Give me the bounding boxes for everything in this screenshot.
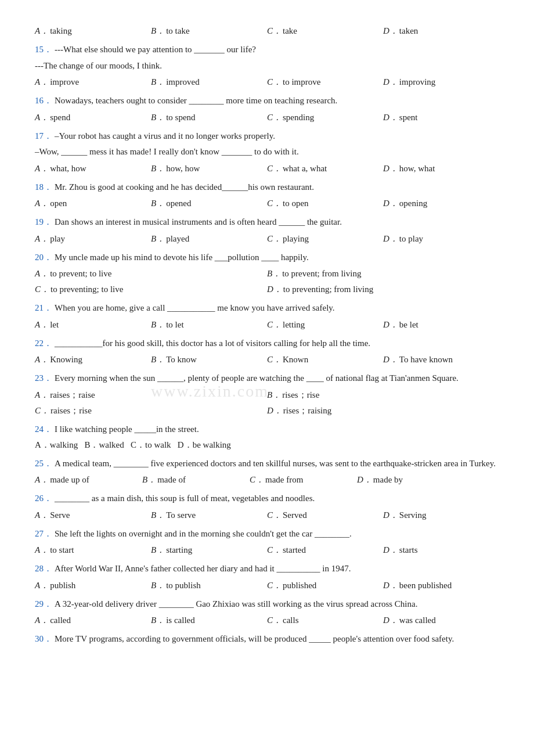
option-C-18: C．to open xyxy=(267,196,377,211)
question-block-24: 24． I like watching people _____in the s… xyxy=(35,422,499,453)
option-D-21: D．be let xyxy=(383,317,493,333)
question-line-30: 30． More TV programs, according to gover… xyxy=(35,632,499,647)
question-block-30: 30． More TV programs, according to gover… xyxy=(35,632,499,647)
q-num-27: 27． xyxy=(35,527,52,542)
question-line-20: 20． My uncle made up his mind to devote … xyxy=(35,250,499,265)
option-D-19: D．to play xyxy=(383,231,493,247)
option-A-15: A．improve xyxy=(35,74,145,90)
option-D-28: D．been published xyxy=(383,578,493,593)
q-text-22: ___________for his good skill, this doct… xyxy=(55,336,499,351)
option-A-23: A．raises；raise xyxy=(35,387,261,403)
option-D-16: D．spent xyxy=(383,110,493,125)
question-block-27: 27． She left the lights on overnight and… xyxy=(35,527,499,559)
question-line-21: 21． When you are home, give a call _____… xyxy=(35,301,499,316)
options-inline-24: A．walking B．walked C．to walk D．be walkin… xyxy=(35,438,499,453)
option-D-23: D．rises；raising xyxy=(267,403,493,419)
option-A-29: A．called xyxy=(35,613,145,628)
options-row-23: A．raises；raise B．rises；rise C．raises；ris… xyxy=(35,387,499,419)
question-block-0: A．taking B．to take C．take D．taken xyxy=(35,23,499,39)
options-row-21: A．let B．to let C．letting D．be let xyxy=(35,317,499,333)
option-C-27: C．started xyxy=(267,542,377,558)
option-A-21: A．let xyxy=(35,317,145,333)
q-num-29: 29． xyxy=(35,597,52,612)
option-A-27: A．to start xyxy=(35,542,145,558)
question-line-15: 15． ---What else should we pay attention… xyxy=(35,42,499,57)
option-C-28: C．published xyxy=(267,578,377,593)
option-B-29: B．is called xyxy=(151,613,261,628)
option-B-27: B．starting xyxy=(151,542,261,558)
q-text-21: When you are home, give a call _________… xyxy=(55,301,499,316)
option-B-16: B．to spend xyxy=(151,110,261,125)
options-row-25: A．made up of B．made of C．made from D．mad… xyxy=(35,472,499,488)
option-D-0: D．taken xyxy=(383,23,493,39)
option-C-0: C．take xyxy=(267,23,377,39)
options-row-26: A．Serve B．To serve C．Served D．Serving xyxy=(35,507,499,523)
q-num-20: 20． xyxy=(35,250,52,265)
question-line-28: 28． After World War II, Anne's father co… xyxy=(35,561,499,577)
q-text-17: –Your robot has caught a virus and it no… xyxy=(55,129,499,144)
option-D-22: D．To have known xyxy=(383,352,493,368)
q-text-30: More TV programs, according to governmen… xyxy=(55,632,499,647)
question-line-17: 17． –Your robot has caught a virus and i… xyxy=(35,129,499,144)
option-C-23: C．raises；rise xyxy=(35,403,261,419)
question-block-16: 16． Nowadays, teachers ought to consider… xyxy=(35,93,499,125)
q-num-30: 30． xyxy=(35,632,52,647)
option-B-21: B．to let xyxy=(151,317,261,333)
option-B-25: B．made of xyxy=(142,472,244,488)
q-text-16: Nowadays, teachers ought to consider ___… xyxy=(55,93,499,109)
question-block-17: 17． –Your robot has caught a virus and i… xyxy=(35,129,499,177)
option-B-17: B．how, how xyxy=(151,161,261,177)
q-num-15: 15． xyxy=(35,42,52,57)
question-block-15: 15． ---What else should we pay attention… xyxy=(35,42,499,90)
q-num-26: 26． xyxy=(35,491,52,506)
question-line-24: 24． I like watching people _____in the s… xyxy=(35,422,499,437)
q-sub-15: ---The change of our moods, I think. xyxy=(35,59,499,74)
question-block-28: 28． After World War II, Anne's father co… xyxy=(35,561,499,593)
options-row-28: A．publish B．to publish C．published D．bee… xyxy=(35,578,499,593)
question-block-20: 20． My uncle made up his mind to devote … xyxy=(35,250,499,298)
option-C-25: C．made from xyxy=(250,472,351,488)
question-block-18: 18． Mr. Zhou is good at cooking and he h… xyxy=(35,180,499,212)
option-A-22: A．Knowing xyxy=(35,352,145,368)
q-num-21: 21． xyxy=(35,301,52,316)
q-text-20: My uncle made up his mind to devote his … xyxy=(55,250,499,265)
option-C-21: C．letting xyxy=(267,317,377,333)
option-A-17: A．what, how xyxy=(35,161,145,177)
option-A-20: A．to prevent; to live xyxy=(35,266,261,282)
q-text-27: She left the lights on overnight and in … xyxy=(55,527,499,542)
q-text-23: Every morning when the sun ______, plent… xyxy=(55,371,499,386)
option-A-19: A．play xyxy=(35,231,145,247)
option-C-19: C．playing xyxy=(267,231,377,247)
option-B-15: B．improved xyxy=(151,74,261,90)
question-line-16: 16． Nowadays, teachers ought to consider… xyxy=(35,93,499,109)
q-text-28: After World War II, Anne's father collec… xyxy=(55,561,499,577)
option-D-27: D．starts xyxy=(383,542,493,558)
q-text-26: ________ as a main dish, this soup is fu… xyxy=(55,491,499,506)
option-D-18: D．opening xyxy=(383,196,493,211)
q-num-18: 18． xyxy=(35,180,52,195)
options-row-15: A．improve B．improved C．to improve D．impr… xyxy=(35,74,499,90)
option-C-16: C．spending xyxy=(267,110,377,125)
question-block-22: 22． ___________for his good skill, this … xyxy=(35,336,499,368)
option-C-29: C．calls xyxy=(267,613,377,628)
option-B-0: B．to take xyxy=(151,23,261,39)
option-A-0: A．taking xyxy=(35,23,145,39)
q-num-25: 25． xyxy=(35,456,52,471)
option-A-26: A．Serve xyxy=(35,507,145,523)
question-line-25: 25． A medical team, ________ five experi… xyxy=(35,456,499,471)
option-B-23: B．rises；rise xyxy=(267,387,493,403)
option-B-19: B．played xyxy=(151,231,261,247)
question-line-18: 18． Mr. Zhou is good at cooking and he h… xyxy=(35,180,499,195)
option-C-22: C．Known xyxy=(267,352,377,368)
option-A-16: A．spend xyxy=(35,110,145,125)
options-row-29: A．called B．is called C．calls D．was calle… xyxy=(35,613,499,628)
option-D-20: D．to preventing; from living xyxy=(267,282,493,297)
q-text-18: Mr. Zhou is good at cooking and he has d… xyxy=(55,180,499,195)
q-num-23: 23． xyxy=(35,371,52,386)
option-C-17: C．what a, what xyxy=(267,161,377,177)
q-num-22: 22． xyxy=(35,336,52,351)
options-row-22: A．Knowing B．To know C．Known D．To have kn… xyxy=(35,352,499,368)
question-block-23: 23． Every morning when the sun ______, p… xyxy=(35,371,499,419)
question-line-23: 23． Every morning when the sun ______, p… xyxy=(35,371,499,386)
question-block-19: 19． Dan shows an interest in musical ins… xyxy=(35,215,499,247)
